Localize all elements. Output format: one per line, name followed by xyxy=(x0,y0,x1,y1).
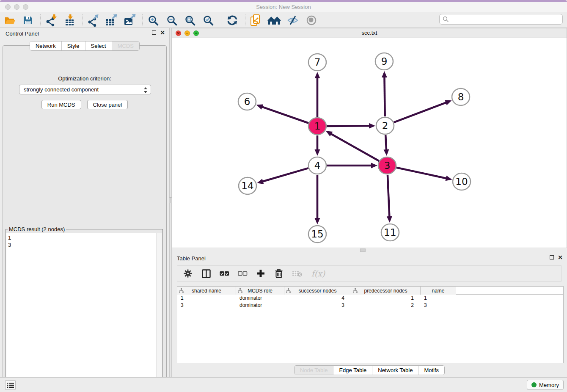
graph-edge-2-9[interactable] xyxy=(384,77,385,116)
graph-edge-4-14[interactable] xyxy=(262,168,308,182)
close-panel-button[interactable]: Close panel xyxy=(87,100,128,109)
show-all-button[interactable] xyxy=(305,14,318,27)
toolbar-separator xyxy=(82,14,83,26)
column-header-name[interactable]: name xyxy=(421,287,456,295)
table-cell[interactable]: 2 xyxy=(351,302,421,309)
task-history-button[interactable] xyxy=(5,380,16,390)
network-graph-canvas[interactable]: 7968124314101511 xyxy=(172,38,567,248)
delete-column-button[interactable] xyxy=(273,268,284,279)
table-cell[interactable]: 4 xyxy=(284,295,351,302)
float-panel-icon[interactable] xyxy=(152,30,156,35)
tab-motifs[interactable]: Motifs xyxy=(418,366,444,375)
clone-network-button[interactable] xyxy=(249,14,263,27)
titlebar: Session: New Session xyxy=(0,2,567,12)
tab-select[interactable]: Select xyxy=(85,41,112,50)
column-header-MCDS-role[interactable]: MCDS role xyxy=(236,287,284,295)
graph-edge-3-10[interactable] xyxy=(396,168,447,179)
toolbar-separator xyxy=(142,14,143,26)
save-icon xyxy=(22,15,33,26)
mcds-panel: Optimization criterion: strongly connect… xyxy=(3,45,167,392)
zoom-in-button[interactable] xyxy=(146,14,160,27)
window-title: Session: New Session xyxy=(0,4,567,10)
search-input[interactable] xyxy=(449,17,562,22)
zoom-selected-button[interactable] xyxy=(201,14,215,27)
graph-edge-3-1[interactable] xyxy=(330,134,379,161)
tab-mcds[interactable]: MCDS xyxy=(112,41,139,50)
zoom-out-button[interactable] xyxy=(165,14,179,27)
add-column-button[interactable] xyxy=(255,268,266,279)
tab-node-table[interactable]: Node Table xyxy=(295,366,334,375)
graph-edge-2-8[interactable] xyxy=(394,102,447,122)
column-type-icon xyxy=(179,288,184,293)
table-cell[interactable]: 3 xyxy=(284,302,351,309)
graph-edge-1-2[interactable] xyxy=(327,126,370,126)
table-cell[interactable]: 3 xyxy=(421,302,456,309)
table-settings-button[interactable] xyxy=(182,268,193,279)
table-cell[interactable]: dominator xyxy=(236,302,284,309)
table-cell[interactable]: 1 xyxy=(421,295,456,302)
graph-edge-1-6[interactable] xyxy=(261,107,308,123)
columns-icon xyxy=(202,269,211,278)
node-table[interactable]: shared nameMCDS rolesuccessor nodesprede… xyxy=(177,286,564,363)
run-mcds-button[interactable]: Run MCDS xyxy=(41,100,81,109)
export-image-button[interactable] xyxy=(123,14,136,27)
graph-node-label: 4 xyxy=(314,160,321,171)
deselect-all-columns-button[interactable] xyxy=(237,268,248,279)
column-header-predecessor-nodes[interactable]: predecessor nodes xyxy=(351,287,421,295)
save-session-button[interactable] xyxy=(21,14,35,27)
first-neighbors-button[interactable] xyxy=(267,14,281,27)
hide-selected-button[interactable] xyxy=(286,14,300,27)
memory-button[interactable]: Memory xyxy=(527,380,564,390)
memory-label: Memory xyxy=(539,382,559,388)
delete-table-button[interactable] xyxy=(292,268,303,279)
table-cell[interactable]: 1 xyxy=(351,295,421,302)
close-table-panel-icon[interactable]: ✕ xyxy=(558,255,563,259)
column-browser-button[interactable] xyxy=(201,268,212,279)
float-table-panel-icon[interactable] xyxy=(550,255,554,259)
graph-edge-arrowhead xyxy=(371,163,377,168)
tab-style[interactable]: Style xyxy=(62,41,85,50)
export-table-button[interactable] xyxy=(104,14,118,27)
tab-network[interactable]: Network xyxy=(30,41,62,50)
dropdown-value: strongly connected component xyxy=(24,86,99,93)
graph-edge-2-3[interactable] xyxy=(385,135,386,150)
network-window-titlebar[interactable]: ✕ − + scc.txt xyxy=(172,28,567,38)
optimization-criterion-dropdown[interactable]: strongly connected component xyxy=(19,85,151,94)
import-network-button[interactable] xyxy=(44,14,58,27)
horizontal-splitter-grip[interactable] xyxy=(360,248,366,252)
result-scrollbar[interactable] xyxy=(156,233,162,387)
zoom-fit-icon xyxy=(184,15,196,26)
refresh-layout-button[interactable] xyxy=(226,14,239,27)
unchecked-boxes-icon xyxy=(238,271,248,276)
column-header-successor-nodes[interactable]: successor nodes xyxy=(284,287,351,295)
column-header-label: MCDS role xyxy=(248,288,272,294)
zoom-in-icon xyxy=(148,15,159,26)
export-network-button[interactable] xyxy=(86,14,99,27)
close-panel-icon[interactable]: ✕ xyxy=(160,30,165,35)
import-table-icon xyxy=(64,14,77,27)
table-cell[interactable]: 1 xyxy=(177,295,236,302)
graph-edge-arrowhead xyxy=(445,100,451,105)
column-header-shared-name[interactable]: shared name xyxy=(177,287,236,295)
mcds-result-legend: MCDS result (2 nodes) xyxy=(8,226,66,232)
chevron-updown-icon xyxy=(143,87,148,95)
graph-node-label: 8 xyxy=(458,91,464,102)
select-all-columns-button[interactable] xyxy=(219,268,230,279)
table-row[interactable]: 3dominator323 xyxy=(177,302,563,309)
apply-function-button[interactable]: f(x) xyxy=(310,268,327,279)
open-session-button[interactable] xyxy=(3,14,17,27)
graph-node-label: 11 xyxy=(384,227,396,238)
zoom-fit-button[interactable] xyxy=(183,14,197,27)
search-field[interactable] xyxy=(439,14,563,25)
table-cell[interactable]: dominator xyxy=(236,295,284,302)
table-cell[interactable]: 3 xyxy=(177,302,236,309)
graph-node-label: 1 xyxy=(314,121,321,132)
tab-edge-table[interactable]: Edge Table xyxy=(333,366,372,375)
tab-network-table[interactable]: Network Table xyxy=(372,366,418,375)
refresh-icon xyxy=(227,15,238,26)
graph-node-label: 7 xyxy=(314,57,321,68)
import-table-button[interactable] xyxy=(63,14,77,27)
graph-edge-arrowhead xyxy=(315,149,320,156)
table-row[interactable]: 1dominator411 xyxy=(177,295,563,302)
graph-edge-3-11[interactable] xyxy=(388,175,389,217)
